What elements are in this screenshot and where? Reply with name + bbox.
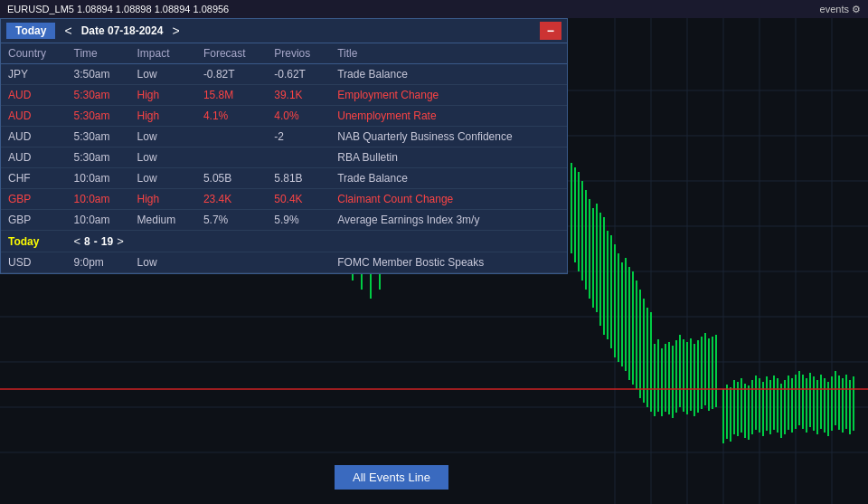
all-events-button[interactable]: All Events Line <box>335 465 448 490</box>
cell-previos: -2 <box>267 127 330 147</box>
cell-previos: 4.0% <box>267 106 330 127</box>
cell-time: 10:0am <box>67 189 130 210</box>
cell-title: RBA Bulletin <box>330 147 567 168</box>
cell-forecast: 23.4K <box>196 189 267 210</box>
table-row[interactable]: AUD 5:30am High 15.8M 39.1K Employment C… <box>1 85 567 106</box>
close-button[interactable]: − <box>540 22 561 40</box>
top-bar: EURUSD_LM5 1.08894 1.08898 1.08894 1.089… <box>0 0 868 18</box>
cell-previos: 5.81B <box>267 168 330 189</box>
table-row[interactable]: GBP 10:0am High 23.4K 50.4K Claimant Cou… <box>1 189 567 210</box>
cell-country: CHF <box>1 168 67 189</box>
today-label: Today <box>1 231 67 252</box>
today-button[interactable]: Today <box>6 23 55 39</box>
today-nav-prev[interactable]: < <box>74 234 81 248</box>
cell-country: GBP <box>1 189 67 210</box>
cell-impact: Low <box>130 127 196 147</box>
table-row[interactable]: JPY 3:50am Low -0.82T -0.62T Trade Balan… <box>1 64 567 85</box>
cell-country: USD <box>1 252 67 273</box>
cell-forecast <box>196 147 267 168</box>
today-page-end: 19 <box>101 235 113 248</box>
cell-title: Claimant Count Change <box>330 189 567 210</box>
cell-previos: -0.62T <box>267 64 330 85</box>
cell-forecast: 4.1% <box>196 106 267 127</box>
today-nav: < 8 - 19 > <box>67 231 567 252</box>
table-row[interactable]: AUD 5:30am Low RBA Bulletin <box>1 147 567 168</box>
cell-country: AUD <box>1 106 67 127</box>
today-nav-next[interactable]: > <box>117 234 124 248</box>
cell-previos <box>267 252 330 273</box>
cell-impact: Medium <box>130 210 196 231</box>
cell-title: Employment Change <box>330 85 567 106</box>
today-page-start: 8 <box>84 235 90 248</box>
today-section-row: Today < 8 - 19 > <box>1 231 567 252</box>
cell-country: AUD <box>1 147 67 168</box>
events-table: Country Time Impact Forecast Previos Tit… <box>1 43 567 273</box>
cell-title: FOMC Member Bostic Speaks <box>330 252 567 273</box>
events-panel: Today < Date 07-18-2024 > − Country Time… <box>0 18 568 274</box>
cell-title: Trade Balance <box>330 64 567 85</box>
col-previos: Previos <box>267 43 330 64</box>
col-forecast: Forecast <box>196 43 267 64</box>
panel-header: Today < Date 07-18-2024 > − <box>1 19 567 43</box>
cell-country: AUD <box>1 127 67 147</box>
cell-time: 5:30am <box>67 127 130 147</box>
cell-impact: High <box>130 85 196 106</box>
cell-previos: 5.9% <box>267 210 330 231</box>
cell-impact: High <box>130 106 196 127</box>
table-row[interactable]: AUD 5:30am High 4.1% 4.0% Unemployment R… <box>1 106 567 127</box>
events-label[interactable]: events ⚙ <box>820 4 861 15</box>
cell-time: 3:50am <box>67 64 130 85</box>
symbol-label: EURUSD_LM5 1.08894 1.08898 1.08894 1.089… <box>7 4 229 14</box>
col-impact: Impact <box>130 43 196 64</box>
table-row[interactable]: GBP 10:0am Medium 5.7% 5.9% Average Earn… <box>1 210 567 231</box>
table-row[interactable]: AUD 5:30am Low -2 NAB Quarterly Business… <box>1 127 567 147</box>
today-separator: - <box>94 235 98 248</box>
cell-previos: 50.4K <box>267 189 330 210</box>
nav-next-button[interactable]: > <box>168 24 183 38</box>
cell-forecast: 5.05B <box>196 168 267 189</box>
table-row[interactable]: USD 9:0pm Low FOMC Member Bostic Speaks <box>1 252 567 273</box>
cell-time: 10:0am <box>67 168 130 189</box>
cell-title: Trade Balance <box>330 168 567 189</box>
cell-country: JPY <box>1 64 67 85</box>
cell-forecast: 5.7% <box>196 210 267 231</box>
cell-impact: Low <box>130 147 196 168</box>
cell-forecast <box>196 127 267 147</box>
cell-title: Average Earnings Index 3m/y <box>330 210 567 231</box>
cell-previos <box>267 147 330 168</box>
table-header-row: Country Time Impact Forecast Previos Tit… <box>1 43 567 64</box>
table-row[interactable]: CHF 10:0am Low 5.05B 5.81B Trade Balance <box>1 168 567 189</box>
cell-title: NAB Quarterly Business Confidence <box>330 127 567 147</box>
cell-time: 5:30am <box>67 147 130 168</box>
col-country: Country <box>1 43 67 64</box>
nav-prev-button[interactable]: < <box>61 24 75 38</box>
cell-time: 5:30am <box>67 106 130 127</box>
cell-country: GBP <box>1 210 67 231</box>
events-tbody: JPY 3:50am Low -0.82T -0.62T Trade Balan… <box>1 64 567 273</box>
cell-title: Unemployment Rate <box>330 106 567 127</box>
cell-impact: Low <box>130 252 196 273</box>
cell-time: 5:30am <box>67 85 130 106</box>
cell-impact: Low <box>130 168 196 189</box>
cell-forecast: 15.8M <box>196 85 267 106</box>
cell-impact: High <box>130 189 196 210</box>
date-label: Date 07-18-2024 <box>81 24 164 37</box>
cell-time: 9:0pm <box>67 252 130 273</box>
cell-forecast: -0.82T <box>196 64 267 85</box>
cell-impact: Low <box>130 64 196 85</box>
col-title: Title <box>330 43 567 64</box>
cell-previos: 39.1K <box>267 85 330 106</box>
cell-time: 10:0am <box>67 210 130 231</box>
col-time: Time <box>67 43 130 64</box>
cell-forecast <box>196 252 267 273</box>
cell-country: AUD <box>1 85 67 106</box>
